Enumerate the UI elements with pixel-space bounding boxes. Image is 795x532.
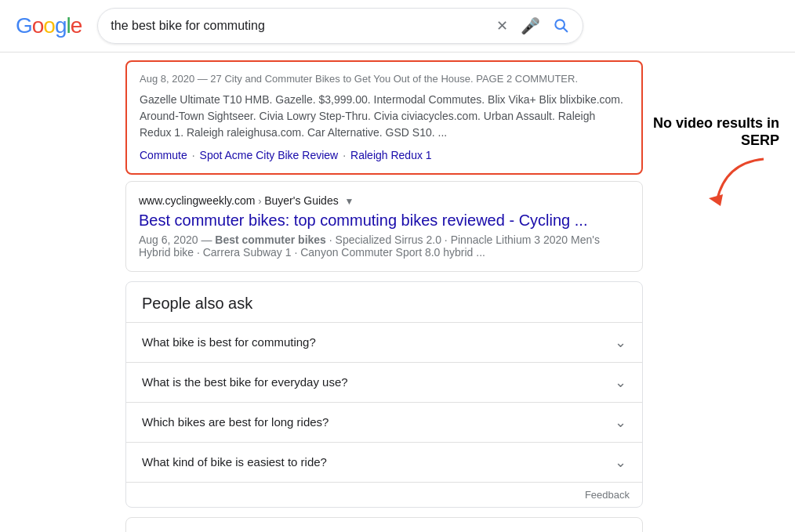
- paa-feedback: Feedback: [126, 482, 642, 507]
- paa-title: People also ask: [126, 282, 642, 322]
- paa-chevron-3: ⌄: [615, 454, 626, 471]
- paa-item-0[interactable]: What bike is best for commuting? ⌄: [126, 322, 642, 362]
- cycling-weekly-snippet-rest: · Specialized Sirrus 2.0 · Pinnacle Lith…: [139, 233, 600, 259]
- annotation-arrow: [638, 155, 779, 210]
- clear-button[interactable]: ✕: [495, 16, 510, 36]
- link-commute[interactable]: Commute: [140, 147, 187, 164]
- breadcrumb-separator: ›: [258, 195, 264, 207]
- paa-question-1: What is the best bike for everyday use?: [142, 375, 348, 389]
- paa-question-2: Which bikes are best for long rides?: [142, 415, 329, 429]
- paa-chevron-0: ⌄: [615, 334, 626, 351]
- people-also-ask-box: People also ask What bike is best for co…: [125, 281, 643, 508]
- mic-icon: 🎤: [521, 16, 540, 35]
- link-raleigh[interactable]: Raleigh Redux 1: [350, 147, 432, 164]
- paa-chevron-1: ⌄: [615, 374, 626, 391]
- search-button[interactable]: [551, 16, 570, 37]
- cycling-weekly-title: Best commuter bikes: top commuting bikes…: [139, 210, 630, 230]
- cycling-weekly-url: www.cyclingweekly.com › Buyer's Guides ▼: [139, 194, 630, 207]
- search-bar: ✕ 🎤: [97, 8, 583, 44]
- dropdown-arrow-icon[interactable]: ▼: [345, 196, 354, 207]
- paa-question-3: What kind of bike is easiest to ride?: [142, 455, 327, 469]
- cycling-weekly-snippet-bold: Best commuter bikes: [215, 233, 326, 246]
- arrow-icon: [701, 155, 779, 210]
- cycling-weekly-date: Aug 6, 2020 — Best commuter bikes · Spec…: [139, 233, 630, 259]
- first-result-snippet: Gazelle Ultimate T10 HMB. Gazelle. $3,99…: [140, 92, 629, 141]
- google-logo: Google: [16, 13, 82, 38]
- link-spot-acme[interactable]: Spot Acme City Bike Review: [200, 147, 339, 164]
- nymag-result: nymag.com › strategist › article › best-…: [125, 517, 643, 533]
- paa-item-2[interactable]: Which bikes are best for long rides? ⌄: [126, 402, 642, 442]
- svg-line-1: [564, 27, 568, 31]
- paa-item-1[interactable]: What is the best bike for everyday use? …: [126, 362, 642, 402]
- paa-question-0: What bike is best for commuting?: [142, 335, 316, 349]
- voice-search-button[interactable]: 🎤: [519, 15, 542, 37]
- paa-item-3[interactable]: What kind of bike is easiest to ride? ⌄: [126, 442, 642, 482]
- first-result-links: Commute · Spot Acme City Bike Review · R…: [140, 147, 629, 164]
- search-input[interactable]: [111, 19, 495, 33]
- svg-marker-2: [709, 194, 723, 206]
- search-icons: ✕ 🎤: [495, 15, 570, 37]
- link-separator-1: ·: [192, 147, 195, 164]
- paa-chevron-2: ⌄: [615, 414, 626, 431]
- cycling-weekly-result: www.cyclingweekly.com › Buyer's Guides ▼…: [125, 181, 643, 272]
- annotation-text: No video results in SERP: [638, 115, 779, 149]
- search-icon: [553, 17, 568, 35]
- first-result-top-text: Aug 8, 2020 — 27 City and Commuter Bikes…: [140, 71, 629, 87]
- first-result-block: Aug 8, 2020 — 27 City and Commuter Bikes…: [125, 60, 643, 175]
- cycling-weekly-link[interactable]: Best commuter bikes: top commuting bikes…: [139, 212, 587, 229]
- main-content: Aug 8, 2020 — 27 City and Commuter Bikes…: [0, 52, 795, 532]
- clear-icon: ✕: [496, 17, 508, 34]
- results-column: Aug 8, 2020 — 27 City and Commuter Bikes…: [125, 60, 643, 532]
- annotation: No video results in SERP: [638, 115, 779, 210]
- link-separator-2: ·: [343, 147, 346, 164]
- header: Google ✕ 🎤: [0, 0, 795, 52]
